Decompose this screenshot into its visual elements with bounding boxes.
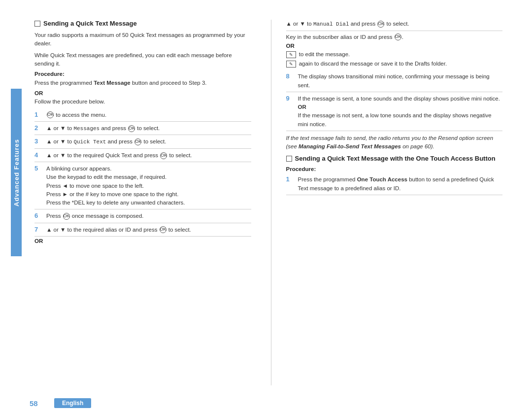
ok-btn-3: OK [134,138,141,145]
italic-note: If the text message fails to send, the r… [286,134,503,151]
left-section-title: Sending a Quick Text Message [34,20,251,27]
sidebar-label-text: Advanced Features [13,139,20,206]
right-or-1: OR [286,43,503,49]
intro-1: Your radio supports a maximum of 50 Quic… [34,31,251,48]
ok-btn-4: OK [160,152,167,159]
ok-btn-1: OK [47,111,54,118]
page-container: Advanced Features Sending a Quick Text M… [0,0,532,411]
procedure-text: Press the programmed Text Message button… [34,79,251,87]
procedure-label: Procedure: [34,71,251,77]
right-column: ▲ or ▼ to Manual Dial and press OK to se… [271,20,503,385]
right-top-line-2: Key in the subscriber alias or ID and pr… [286,33,503,41]
right-top-line-1: ▲ or ▼ to Manual Dial and press OK to se… [286,20,503,31]
ok-btn-7: OK [160,226,166,233]
edit-line-1: ✎ to edit the message. [286,50,503,59]
section-icon [34,21,40,27]
content-area: Sending a Quick Text Message Your radio … [0,0,532,395]
step-7: 7 ▲ or ▼ to the required alias or ID and… [34,224,251,237]
sidebar-label: Advanced Features [11,89,22,256]
step-4: 4 ▲ or ▼ to the required Quick Text and … [34,150,251,162]
right-procedure-label: Procedure: [286,166,503,172]
follow-text: Follow the procedure below. [34,98,251,106]
or-2: OR [34,238,251,244]
right-section-2-title: Sending a Quick Text Message with the On… [286,155,503,162]
ok-btn-r1: OK [377,21,384,28]
right-step-9: 9 If the message is sent, a tone sounds … [286,93,503,131]
or-1: OR [34,90,251,96]
page-number: 58 [30,399,44,408]
bottom-bar: 58 English [0,395,532,411]
step-2: 2 ▲ or ▼ to Messages and press OK to sel… [34,123,251,136]
edit-line-2: ✎ again to discard the message or save i… [286,60,503,68]
ok-btn-2: OK [128,125,135,132]
english-badge: English [54,398,91,408]
section-2-icon [286,156,292,162]
step-6: 6 Press OK once message is composed. [34,210,251,223]
left-column: Sending a Quick Text Message Your radio … [30,20,251,385]
step-5: 5 A blinking cursor appears. Use the key… [34,163,251,209]
ok-btn-6: OK [63,213,70,220]
intro-2: While Quick Text messages are predefined… [34,51,251,68]
right-proc-step-1: 1 Press the programmed One Touch Access … [286,174,503,195]
right-step-8: 8 The display shows transitional mini no… [286,71,503,92]
ok-btn-r2: OK [395,34,401,40]
step-3: 3 ▲ or ▼ to Quick Text and press OK to s… [34,136,251,149]
step-1: 1 OK to access the menu. [34,109,251,122]
